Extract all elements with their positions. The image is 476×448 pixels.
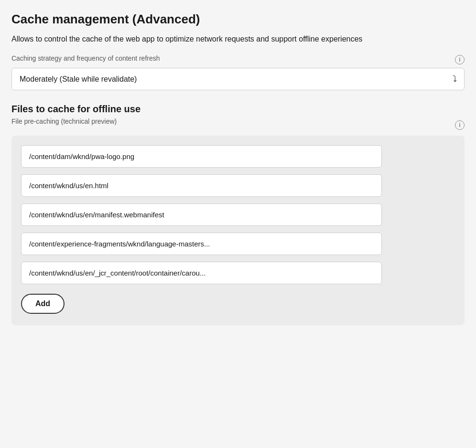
caching-label-row: Caching strategy and frequency of conten… [11,54,465,65]
file-input-2[interactable] [21,174,382,197]
delete-button-5[interactable] [388,270,393,276]
file-actions-2 [388,182,404,188]
page-title: Cache management (Advanced) [11,11,465,28]
page-description: Allows to control the cache of the web a… [11,33,465,45]
file-input-4[interactable] [21,233,382,255]
sort-button-2[interactable] [398,182,404,188]
precaching-label: File pre-caching (technical preview) [11,117,117,125]
delete-button-2[interactable] [388,182,393,188]
file-actions-3 [388,212,404,217]
delete-button-4[interactable] [388,241,393,246]
sort-button-3[interactable] [398,212,404,217]
delete-button-3[interactable] [388,212,393,217]
caching-info-icon[interactable]: i [455,55,465,64]
file-row [21,174,455,197]
sort-button-4[interactable] [398,241,404,246]
file-row [21,203,455,226]
file-input-5[interactable] [21,262,382,284]
file-row [21,233,455,255]
file-row [21,145,455,168]
caching-strategy-dropdown-container: Moderately (Stale while revalidate)Aggre… [11,68,465,90]
file-actions-1 [388,153,404,159]
add-button[interactable]: Add [21,294,65,314]
sort-button-1[interactable] [398,153,404,159]
file-actions-5 [388,270,404,276]
file-input-3[interactable] [21,203,382,226]
caching-strategy-label: Caching strategy and frequency of conten… [11,54,160,62]
files-section: Add [11,136,465,325]
precaching-info-icon[interactable]: i [455,120,465,130]
precaching-label-row: File pre-caching (technical preview) i [11,117,465,133]
sort-button-5[interactable] [398,270,404,276]
files-section-heading: Files to cache for offline use [11,104,465,115]
file-input-1[interactable] [21,145,382,168]
page-container: Cache management (Advanced) Allows to co… [11,11,465,325]
file-actions-4 [388,241,404,246]
caching-strategy-select[interactable]: Moderately (Stale while revalidate)Aggre… [11,68,465,90]
file-row [21,262,455,284]
delete-button-1[interactable] [388,153,393,159]
